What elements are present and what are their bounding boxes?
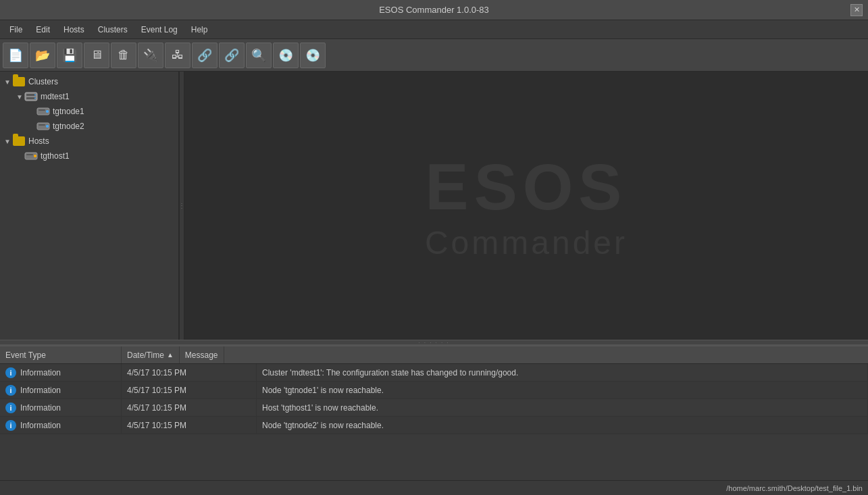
close-button[interactable]: ✕ [850,4,863,16]
tree-toggle-clusters-root[interactable]: ▼ [3,77,12,86]
menu-bar: FileEditHostsClustersEvent LogHelp [0,20,868,39]
svg-rect-2 [26,97,36,99]
event-datetime-cell: 4/5/17 10:15 PM [122,399,257,416]
tree-item-mdtest1[interactable]: ▼mdtest1 [0,89,178,104]
menu-item-hosts[interactable]: Hosts [57,22,91,37]
svg-rect-1 [26,94,36,96]
event-type-cell: iInformation [0,382,122,398]
tree-item-tgtnode2[interactable]: tgtnode2 [0,119,178,134]
sidebar-tree: ▼Clusters▼mdtest1tgtnode1tgtnode2▼Hostst… [0,72,179,340]
event-message-cell: Host 'tgthost1' is now reachable. [257,399,868,416]
event-table-header: Event TypeDate/Time▲Message [0,346,868,364]
event-message-cell: Node 'tgtnode2' is now reachable. [257,417,868,434]
event-table: Event TypeDate/Time▲Message iInformation… [0,346,868,480]
menu-item-eventlog[interactable]: Event Log [134,22,184,37]
svg-point-13 [34,155,36,157]
tree-item-tgtnode1[interactable]: tgtnode1 [0,104,178,119]
logo-watermark: ESOS Commander [425,150,628,261]
svg-point-7 [46,110,49,113]
toolbar-btn-new[interactable]: 📄 [3,43,28,68]
info-icon: i [5,367,16,378]
table-row[interactable]: iInformation4/5/17 10:15 PMNode 'tgtnode… [0,382,868,399]
event-type-label: Information [20,403,61,413]
svg-rect-0 [25,93,37,101]
tree-toggle-mdtest1[interactable]: ▼ [15,92,24,101]
svg-rect-9 [39,124,45,126]
event-log-panel: Event TypeDate/Time▲Message iInformation… [0,345,868,480]
tree-item-hosts-root[interactable]: ▼Hosts [0,134,178,149]
logo-commander-text: Commander [425,224,628,261]
status-text: /home/marc.smith/Desktop/test_file_1.bin [726,484,863,492]
toolbar: 📄📂💾🖥🗑🔌🖧🔗🔗🔍💿💿 [0,39,868,72]
info-icon: i [5,402,16,413]
event-datetime-cell: 4/5/17 10:15 PM [122,417,257,434]
event-type-cell: iInformation [0,364,122,381]
event-type-cell: iInformation [0,399,122,416]
event-type-label: Information [20,421,61,430]
event-col-header-datetime[interactable]: Date/Time▲ [122,346,180,363]
event-type-label: Information [20,386,61,395]
info-icon: i [5,385,16,396]
menu-item-file[interactable]: File [3,22,29,37]
toolbar-btn-disk[interactable]: 💿 [273,43,299,68]
event-col-header-message[interactable]: Message [180,346,224,363]
event-type-label: Information [20,368,61,377]
node-icon-tgtnode1 [36,106,50,117]
title-bar: ESOS Commander 1.0.0-83 ✕ [0,0,868,20]
folder-icon-hosts-root [12,136,26,147]
tree-label-tgthost1: tgthost1 [41,151,70,161]
toolbar-btn-open[interactable]: 📂 [30,43,55,68]
toolbar-btn-host-add[interactable]: 🖥 [84,43,109,68]
event-col-header-type[interactable]: Event Type [0,346,122,363]
resize-handle-horizontal[interactable]: · · · · · · [0,340,868,345]
event-datetime-cell: 4/5/17 10:15 PM [122,364,257,381]
toolbar-btn-save[interactable]: 💾 [57,43,82,68]
event-message-cell: Cluster 'mdtest1': The configuration sta… [257,364,868,381]
top-area: ▼Clusters▼mdtest1tgtnode1tgtnode2▼Hostst… [0,72,868,340]
content-area: ESOS Commander [184,72,868,340]
tree-toggle-hosts-root[interactable]: ▼ [3,136,12,146]
svg-rect-6 [39,109,45,111]
table-row[interactable]: iInformation4/5/17 10:15 PMCluster 'mdte… [0,364,868,382]
toolbar-btn-cluster[interactable]: 🖧 [165,43,190,68]
event-message-cell: Node 'tgtnode1' is now reachable. [257,382,868,398]
status-bar: /home/marc.smith/Desktop/test_file_1.bin [0,480,868,495]
tree-toggle-tgtnode1[interactable] [27,107,36,116]
menu-item-help[interactable]: Help [184,22,215,37]
logo-esos-text: ESOS [426,150,628,224]
sort-arrow-datetime: ▲ [167,351,174,359]
toolbar-btn-node1[interactable]: 🔗 [192,43,218,68]
folder-icon-clusters-root [12,76,26,87]
tree-item-clusters-root[interactable]: ▼Clusters [0,74,178,89]
table-row[interactable]: iInformation4/5/17 10:15 PMHost 'tgthost… [0,399,868,417]
table-row[interactable]: iInformation4/5/17 10:15 PMNode 'tgtnode… [0,417,868,434]
node-icon-tgtnode2 [36,121,50,132]
resize-handle-vertical[interactable]: ⋮ [179,72,184,340]
menu-item-clusters[interactable]: Clusters [91,22,134,37]
tree-label-hosts-root: Hosts [28,136,49,146]
tree-label-clusters-root: Clusters [28,77,58,86]
toolbar-btn-search[interactable]: 🔍 [246,43,272,68]
toolbar-btn-disk2[interactable]: 💿 [300,43,326,68]
toolbar-btn-node2[interactable]: 🔗 [219,43,245,68]
tree-label-tgtnode2: tgtnode2 [53,122,84,131]
cluster-icon-mdtest1 [24,91,38,102]
svg-point-3 [34,95,36,96]
host-icon-tgthost1 [24,151,38,161]
toolbar-btn-host-remove[interactable]: 🗑 [111,43,136,68]
event-datetime-cell: 4/5/17 10:15 PM [122,382,257,398]
svg-point-4 [34,98,36,99]
tree-item-tgthost1[interactable]: tgthost1 [0,149,178,163]
tree-label-tgtnode1: tgtnode1 [53,107,84,116]
window-title: ESOS Commander 1.0.0-83 [379,5,489,15]
tree-toggle-tgtnode2[interactable] [27,122,36,131]
info-icon: i [5,420,16,431]
toolbar-btn-connect[interactable]: 🔌 [138,43,163,68]
svg-point-10 [46,125,49,128]
tree-label-mdtest1: mdtest1 [41,92,70,101]
event-type-cell: iInformation [0,417,122,434]
event-table-rows: iInformation4/5/17 10:15 PMCluster 'mdte… [0,364,868,480]
tree-toggle-tgthost1[interactable] [15,151,24,161]
menu-item-edit[interactable]: Edit [29,22,57,37]
main-area: ▼Clusters▼mdtest1tgtnode1tgtnode2▼Hostst… [0,72,868,480]
